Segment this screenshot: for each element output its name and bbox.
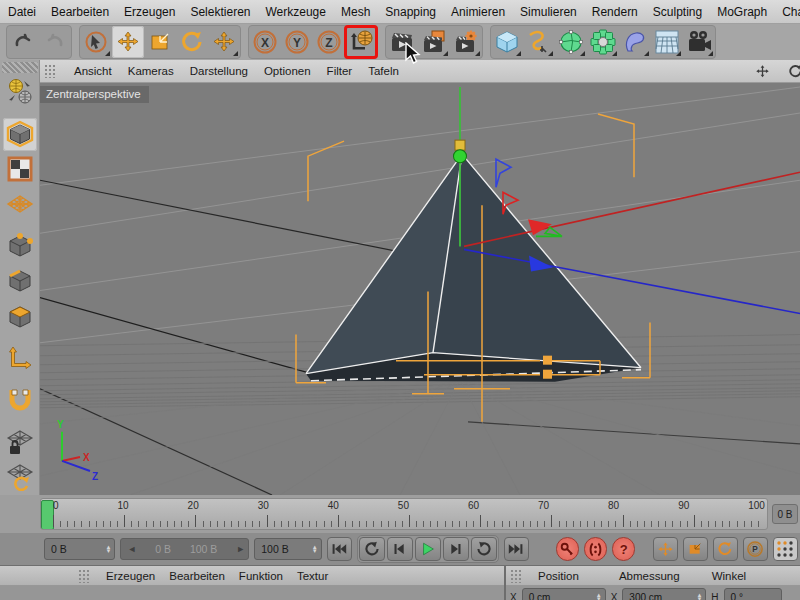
- timeline-current-field[interactable]: 0 B: [772, 504, 798, 524]
- camera-button[interactable]: [683, 26, 715, 58]
- autokeying-button[interactable]: [584, 537, 607, 561]
- vp-menu-filter[interactable]: Filter: [327, 65, 353, 77]
- play-group: [357, 535, 499, 563]
- record-scale-icon: [687, 541, 703, 557]
- panel-menu-bearbeiten[interactable]: Bearbeiten: [169, 570, 225, 582]
- pan-view-button[interactable]: [754, 63, 771, 80]
- range-left-arrow-icon[interactable]: ◄: [127, 544, 136, 554]
- preview-range-field[interactable]: ◄ 0 B 100 B ►: [120, 538, 249, 560]
- spinner-icon[interactable]: ▲▼: [105, 545, 111, 553]
- menu-snapping[interactable]: Snapping: [385, 5, 436, 19]
- axis-mode-button[interactable]: [3, 342, 37, 375]
- position-x-field[interactable]: 0 cm ▲▼: [522, 588, 606, 600]
- record-scale-button[interactable]: [683, 537, 708, 561]
- panel-menu-textur[interactable]: Textur: [297, 570, 328, 582]
- array-objects-button[interactable]: [587, 26, 619, 58]
- make-editable-button[interactable]: [3, 76, 37, 109]
- menu-mograph[interactable]: MoGraph: [717, 5, 767, 19]
- snap-settings-button[interactable]: [3, 384, 37, 417]
- move-tool-button[interactable]: [112, 26, 144, 58]
- record-keyframe-button[interactable]: [556, 537, 579, 561]
- go-to-start-icon: [331, 542, 347, 556]
- viewport-menu-grip[interactable]: [44, 64, 56, 78]
- vp-menu-optionen[interactable]: Optionen: [264, 65, 311, 77]
- keying-help-button[interactable]: ?: [612, 537, 635, 561]
- range-right-arrow-icon[interactable]: ►: [236, 544, 245, 554]
- vp-menu-tafeln[interactable]: Tafeln: [368, 65, 399, 77]
- play-loop-button[interactable]: [471, 537, 497, 561]
- play-forwards-button[interactable]: [415, 537, 441, 561]
- current-frame-field[interactable]: 0 B ▲▼: [44, 538, 115, 560]
- lock-workplane-button[interactable]: [3, 426, 37, 459]
- menu-datei[interactable]: Datei: [8, 5, 36, 19]
- bend-deformer-button[interactable]: [619, 26, 651, 58]
- primitive-cube-button[interactable]: [491, 26, 523, 58]
- next-frame-button[interactable]: [443, 537, 469, 561]
- panel-grip[interactable]: [510, 569, 522, 583]
- record-parameter-button[interactable]: P: [743, 537, 768, 561]
- last-used-tool-button[interactable]: [208, 26, 240, 58]
- undo-button[interactable]: [7, 26, 39, 58]
- menu-sculpting[interactable]: Sculpting: [653, 5, 702, 19]
- rotate-tool-button[interactable]: [176, 26, 208, 58]
- polygons-mode-button[interactable]: [3, 300, 37, 333]
- live-selection-button[interactable]: [80, 26, 112, 58]
- coord-label-x: X: [510, 592, 517, 600]
- svg-text:Y: Y: [293, 36, 301, 50]
- rotate-view-button[interactable]: [787, 63, 800, 80]
- spline-pen-button[interactable]: [523, 26, 555, 58]
- menu-werkzeuge[interactable]: Werkzeuge: [265, 5, 325, 19]
- edit-render-settings-button[interactable]: [450, 26, 482, 58]
- end-frame-field[interactable]: 100 B ▲▼: [254, 538, 322, 560]
- render-to-picture-viewer-button[interactable]: [418, 26, 450, 58]
- go-to-end-button[interactable]: [504, 537, 529, 561]
- vp-menu-darstellung[interactable]: Darstellung: [190, 65, 248, 77]
- spinner-icon[interactable]: ▲▼: [312, 545, 318, 553]
- coords-header-winkel: Winkel: [712, 570, 747, 582]
- menu-selektieren[interactable]: Selektieren: [190, 5, 250, 19]
- points-mode-button[interactable]: [3, 230, 37, 263]
- vp-menu-kameras[interactable]: Kameras: [128, 65, 174, 77]
- spline-icon: [526, 29, 552, 55]
- lock-z-axis-button[interactable]: Z: [313, 26, 345, 58]
- menu-mesh[interactable]: Mesh: [341, 5, 370, 19]
- keyframe-presets-button[interactable]: [773, 537, 798, 561]
- lock-y-axis-button[interactable]: Y: [281, 26, 313, 58]
- objects-group: [490, 25, 716, 59]
- vp-menu-ansicht[interactable]: Ansicht: [74, 65, 112, 77]
- angle-h-field[interactable]: 0 °: [724, 588, 782, 600]
- panel-menu-funktion[interactable]: Funktion: [239, 570, 283, 582]
- menu-erzeugen[interactable]: Erzeugen: [124, 5, 175, 19]
- model-mode-button[interactable]: [3, 118, 37, 151]
- next-frame-icon: [448, 542, 463, 556]
- menu-simulieren[interactable]: Simulieren: [520, 5, 577, 19]
- render-view-button[interactable]: [386, 26, 418, 58]
- floor-environment-button[interactable]: [651, 26, 683, 58]
- 3d-viewport[interactable]: Y X Z Zentralperspektive: [40, 83, 800, 495]
- lock-x-axis-button[interactable]: X: [249, 26, 281, 58]
- go-to-start-button[interactable]: [327, 537, 352, 561]
- menu-animieren[interactable]: Animieren: [451, 5, 505, 19]
- coordinate-system-button[interactable]: [345, 26, 377, 58]
- play-backwards-button[interactable]: [359, 537, 385, 561]
- size-x-field[interactable]: 300 cm ▲▼: [622, 588, 706, 600]
- menu-rendern[interactable]: Rendern: [592, 5, 638, 19]
- scale-tool-button[interactable]: [144, 26, 176, 58]
- render-group: [385, 25, 483, 59]
- timeline-ruler[interactable]: 010 2030 4050 6070 8090 100: [40, 498, 768, 530]
- workplane-mode-button[interactable]: [3, 188, 37, 221]
- record-rotation-button[interactable]: [713, 537, 738, 561]
- menu-charakter[interactable]: Charakt: [782, 5, 800, 19]
- panel-menu-erzeugen[interactable]: Erzeugen: [106, 570, 155, 582]
- move-icon: [212, 30, 236, 54]
- panel-grip[interactable]: [78, 569, 90, 583]
- previous-frame-button[interactable]: [387, 537, 413, 561]
- texture-mode-button[interactable]: [3, 153, 37, 186]
- subdivision-surface-button[interactable]: [555, 26, 587, 58]
- menu-bearbeiten[interactable]: Bearbeiten: [51, 5, 109, 19]
- rotate-workplane-button[interactable]: [3, 461, 37, 494]
- sidebar-grip[interactable]: [2, 62, 38, 73]
- redo-button[interactable]: [39, 26, 71, 58]
- edges-mode-button[interactable]: [3, 265, 37, 298]
- record-position-button[interactable]: [653, 537, 678, 561]
